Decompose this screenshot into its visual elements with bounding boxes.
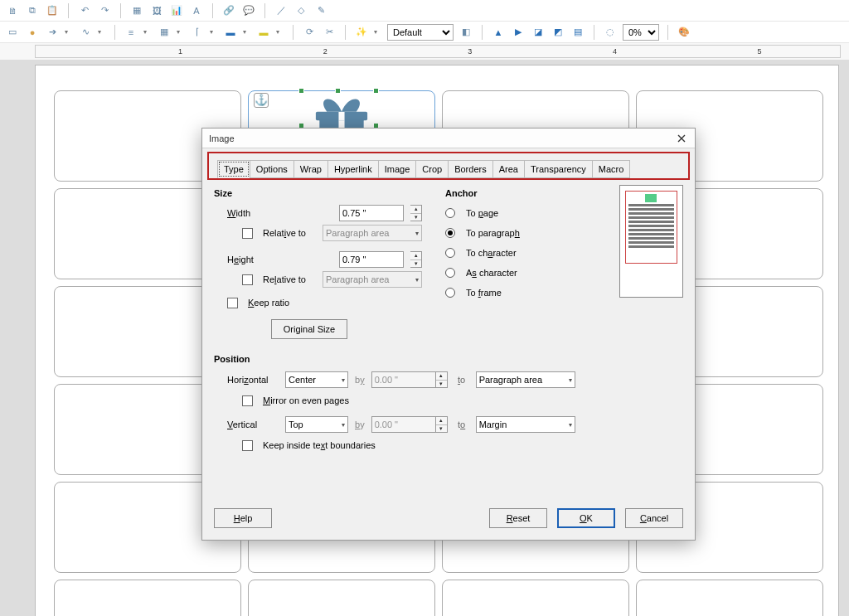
arrow-icon[interactable]: ➔ bbox=[45, 25, 60, 40]
vertical-combo[interactable]: Top▾ bbox=[285, 416, 348, 433]
anchor-to-paragraph-radio[interactable] bbox=[445, 228, 455, 238]
h-by-spinner: ▴▾ bbox=[436, 371, 448, 388]
copy-icon[interactable]: ⧉ bbox=[25, 3, 40, 18]
table-icon[interactable]: ▦ bbox=[129, 3, 144, 18]
dialog-button-row: Help Reset OK Cancel bbox=[202, 500, 695, 540]
resize-handle[interactable] bbox=[335, 88, 341, 94]
color-adjust-icon[interactable]: ◧ bbox=[458, 25, 473, 40]
height-relative-label: Relative to bbox=[263, 274, 306, 284]
tab-type[interactable]: Type bbox=[217, 160, 250, 178]
anchor-section: Anchor To page To paragraph To character… bbox=[445, 185, 596, 339]
anchor-to-page-radio[interactable] bbox=[445, 208, 455, 218]
comment-icon[interactable]: 💬 bbox=[241, 3, 256, 18]
width-relative-combo: Paragraph area ▾ bbox=[323, 225, 422, 241]
highlight-icon[interactable]: ▬ bbox=[256, 25, 271, 40]
rect-icon[interactable]: ▭ bbox=[5, 25, 20, 40]
separator bbox=[293, 25, 294, 40]
grid-icon[interactable]: ▦ bbox=[157, 25, 172, 40]
rotate-icon[interactable]: ⟳ bbox=[302, 25, 317, 40]
anchor-to-paragraph-label: To paragraph bbox=[466, 228, 520, 238]
original-size-button[interactable]: Original Size bbox=[271, 319, 347, 339]
keep-inside-checkbox[interactable] bbox=[242, 440, 253, 451]
dialog-titlebar[interactable]: Image bbox=[202, 129, 695, 148]
help-button[interactable]: Help bbox=[214, 508, 272, 528]
flip-h-icon[interactable]: ▶ bbox=[511, 25, 526, 40]
mirror-checkbox[interactable] bbox=[242, 395, 253, 406]
tab-borders[interactable]: Borders bbox=[448, 160, 493, 178]
anchor-to-frame-label: To frame bbox=[466, 288, 502, 298]
anchor-as-character-label: As character bbox=[466, 268, 517, 278]
anchor-to-character-radio[interactable] bbox=[445, 248, 455, 258]
width-spinner[interactable]: ▴▾ bbox=[410, 205, 422, 221]
cancel-button[interactable]: Cancel bbox=[625, 508, 683, 528]
tab-macro[interactable]: Macro bbox=[592, 160, 631, 178]
bring-front-icon[interactable]: ◩ bbox=[551, 25, 565, 40]
tab-image[interactable]: Image bbox=[378, 160, 417, 178]
graphic-mode-select[interactable]: Default bbox=[387, 24, 454, 41]
new-icon[interactable]: 🗎 bbox=[5, 3, 20, 18]
tab-options[interactable]: Options bbox=[250, 160, 294, 178]
tab-transparency[interactable]: Transparency bbox=[524, 160, 593, 178]
size-section: Size Width ▴▾ Relative to Paragraph area… bbox=[214, 185, 422, 339]
separator bbox=[482, 25, 483, 40]
anchor-preview bbox=[619, 185, 683, 298]
color-palette-icon[interactable]: 🎨 bbox=[677, 25, 691, 40]
resize-handle[interactable] bbox=[298, 88, 304, 94]
reset-button[interactable]: Reset bbox=[489, 508, 547, 528]
line-icon[interactable]: ／ bbox=[274, 3, 289, 18]
separator bbox=[114, 25, 115, 40]
align-icon[interactable]: ≡ bbox=[124, 25, 138, 40]
v-to-combo[interactable]: Margin▾ bbox=[476, 416, 575, 433]
horizontal-value: Center bbox=[289, 375, 316, 385]
undo-icon[interactable]: ↶ bbox=[77, 3, 92, 18]
width-input[interactable] bbox=[339, 205, 404, 221]
label-cell[interactable] bbox=[442, 580, 629, 616]
dialog-title: Image bbox=[209, 133, 235, 143]
crop-icon[interactable]: ✂ bbox=[322, 25, 337, 40]
tab-wrap[interactable]: Wrap bbox=[294, 160, 328, 178]
height-spinner[interactable]: ▴▾ bbox=[410, 251, 422, 268]
tab-crop[interactable]: Crop bbox=[415, 160, 449, 178]
tab-area[interactable]: Area bbox=[492, 160, 525, 178]
draw-icon[interactable]: ✎ bbox=[313, 3, 328, 18]
position-heading: Position bbox=[214, 354, 683, 364]
anchor-to-character-label: To character bbox=[466, 248, 517, 258]
height-relative-checkbox[interactable] bbox=[242, 274, 253, 285]
text-wrap-icon[interactable]: ▤ bbox=[570, 25, 585, 40]
corner-icon[interactable]: ⌈ bbox=[190, 25, 205, 40]
cancel-label: Cancel bbox=[640, 513, 668, 523]
filter-icon[interactable]: ✨ bbox=[354, 25, 369, 40]
label-cell[interactable] bbox=[54, 580, 241, 616]
width-relative-label: Relative to bbox=[263, 228, 306, 238]
textbox-icon[interactable]: A bbox=[189, 3, 204, 18]
fill-icon[interactable]: ▬ bbox=[223, 25, 238, 40]
anchor-to-frame-radio[interactable] bbox=[445, 288, 455, 298]
ok-button[interactable]: OK bbox=[557, 508, 615, 528]
close-icon[interactable] bbox=[675, 132, 688, 145]
hyperlink-icon[interactable]: 🔗 bbox=[221, 3, 236, 18]
label-cell[interactable] bbox=[248, 580, 435, 616]
curve-icon[interactable]: ∿ bbox=[78, 25, 93, 40]
resize-handle[interactable] bbox=[373, 88, 379, 94]
send-back-icon[interactable]: ◪ bbox=[531, 25, 546, 40]
tab-hyperlink[interactable]: Hyperlink bbox=[327, 160, 379, 178]
h-to-value: Paragraph area bbox=[479, 375, 542, 385]
shapes-icon[interactable]: ◇ bbox=[294, 3, 308, 18]
chart-icon[interactable]: 📊 bbox=[169, 3, 184, 18]
flip-v-icon[interactable]: ▲ bbox=[491, 25, 506, 40]
transparency-select[interactable]: 0% bbox=[623, 24, 659, 41]
toolbar-row-1: 🗎 ⧉ 📋 ↶ ↷ ▦ 🖼 📊 A 🔗 💬 ／ ◇ ✎ bbox=[0, 0, 849, 22]
ellipse-icon[interactable]: ● bbox=[25, 25, 40, 40]
image-icon[interactable]: 🖼 bbox=[149, 3, 164, 18]
horizontal-combo[interactable]: Center▾ bbox=[285, 371, 348, 388]
paste-icon[interactable]: 📋 bbox=[45, 3, 60, 18]
width-relative-checkbox[interactable] bbox=[242, 228, 253, 239]
transparency-icon[interactable]: ◌ bbox=[603, 25, 618, 40]
separator bbox=[667, 25, 668, 40]
label-cell[interactable] bbox=[636, 580, 823, 616]
redo-icon[interactable]: ↷ bbox=[97, 3, 112, 18]
anchor-as-character-radio[interactable] bbox=[445, 268, 455, 278]
height-input[interactable] bbox=[339, 251, 404, 268]
h-to-combo[interactable]: Paragraph area▾ bbox=[476, 371, 575, 388]
keep-ratio-checkbox[interactable] bbox=[227, 298, 238, 308]
